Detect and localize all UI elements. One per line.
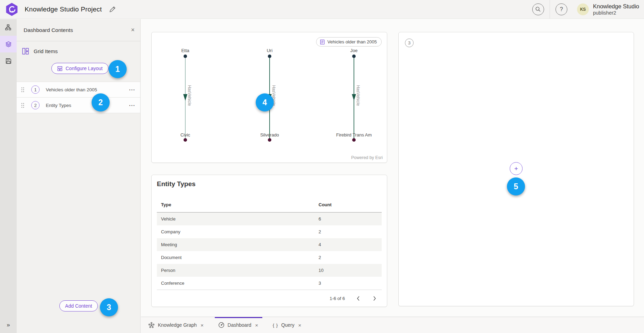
search-button[interactable]: [532, 3, 544, 15]
previous-page-button[interactable]: [355, 294, 361, 302]
table-header-row: Type Count: [157, 197, 382, 213]
item-order-badge: 1: [31, 85, 40, 94]
item-options-icon[interactable]: ···: [129, 87, 135, 93]
expand-panel-button[interactable]: »: [0, 320, 17, 330]
pencil-icon: [109, 6, 116, 13]
edit-title-button[interactable]: [109, 6, 116, 13]
callout-step-3: 3: [100, 298, 118, 316]
callout-step-5: 5: [507, 177, 525, 195]
next-page-button[interactable]: [372, 294, 378, 302]
cell-type: Vehicle: [157, 216, 319, 222]
table-row: Person 10: [157, 264, 382, 277]
grid-items-icon: [22, 48, 29, 55]
add-content-row: Add Content: [17, 300, 141, 311]
table-row: Vehicle 6: [157, 213, 382, 225]
esri-attribution: Powered by Esri: [351, 155, 383, 160]
layers-icon: [5, 41, 12, 48]
rail-item-save[interactable]: [0, 52, 17, 69]
cell-type: Conference: [157, 281, 319, 286]
grid-items-section-header: Grid Items: [17, 41, 140, 61]
person-node[interactable]: [184, 55, 187, 58]
close-panel-button[interactable]: ×: [131, 26, 135, 34]
help-button[interactable]: ?: [556, 3, 567, 15]
graph-edge-group: Joe HasVehicle Firebird Trans Am: [319, 32, 389, 163]
table-title: Entity Types: [157, 180, 382, 188]
cell-count: 4: [319, 242, 382, 247]
tab-query[interactable]: { } Query ×: [271, 317, 304, 333]
graph-edge-group: Etta HasVehicle Civic: [151, 32, 220, 163]
drag-handle-icon[interactable]: [21, 102, 25, 108]
dashboard-gauge-icon: [218, 322, 224, 328]
edge-label: HasVehicle: [356, 85, 361, 106]
topbar-divider: [550, 0, 550, 19]
item-label: Entity Types: [46, 103, 71, 108]
cell-type: Company: [157, 229, 319, 234]
rail-item-knowledge-graph[interactable]: [0, 19, 17, 36]
callout-step-4: 4: [256, 93, 274, 111]
hierarchy-icon: [5, 24, 11, 31]
configure-layout-button[interactable]: Configure Layout: [51, 63, 109, 74]
table-row: Company 2: [157, 225, 382, 238]
person-node[interactable]: [268, 55, 271, 58]
item-options-icon[interactable]: ···: [129, 102, 135, 108]
chevron-right-icon: [373, 296, 376, 301]
slot-number-badge: 3: [405, 39, 414, 47]
item-label: Vehicles older than 2005: [46, 87, 97, 92]
grid-items-label: Grid Items: [34, 48, 58, 54]
knowledge-graph-icon: [148, 322, 155, 328]
tab-dashboard[interactable]: Dashboard ×: [215, 317, 262, 333]
add-content-button[interactable]: Add Content: [59, 300, 98, 311]
rail-item-contents[interactable]: [0, 36, 17, 52]
app-logo-icon: [5, 3, 18, 16]
tab-knowledge-graph[interactable]: Knowledge Graph ×: [146, 317, 206, 333]
avatar[interactable]: KS: [577, 3, 589, 15]
configure-layout-label: Configure Layout: [66, 66, 103, 71]
node-label: Joe: [319, 48, 389, 53]
tab-label: Knowledge Graph: [158, 322, 197, 328]
item-order-badge: 2: [31, 101, 40, 109]
close-tab-icon[interactable]: ×: [254, 322, 259, 328]
entity-types-widget: Entity Types Type Count Vehicle 6 Compan…: [151, 175, 387, 307]
top-bar: Knowledge Studio Project ? KS Knowledge …: [0, 0, 644, 19]
tab-label: Query: [281, 322, 294, 328]
cell-count: 10: [319, 268, 382, 273]
close-tab-icon[interactable]: ×: [298, 322, 302, 328]
vehicle-node[interactable]: [268, 138, 271, 142]
panel-header: Dashboard Contents ×: [17, 19, 140, 41]
grid-item-row-entity-types[interactable]: 2 Entity Types ···: [17, 97, 140, 113]
entity-types-table: Type Count Vehicle 6 Company 2 Meeting 4…: [157, 197, 382, 307]
cell-count: 2: [319, 229, 382, 234]
help-icon: ?: [560, 6, 563, 13]
tab-label: Dashboard: [228, 322, 252, 328]
column-header-count: Count: [319, 202, 382, 207]
table-row: Meeting 4: [157, 238, 382, 251]
column-header-type: Type: [157, 202, 319, 207]
cell-count: 3: [319, 281, 382, 286]
callout-step-1: 1: [109, 60, 127, 78]
account-name: Knowledge Studio: [593, 3, 639, 10]
cell-count: 6: [319, 216, 382, 222]
table-row: Document 2: [157, 251, 382, 264]
drag-handle-icon[interactable]: [21, 87, 25, 93]
empty-grid-slot: 3 +: [398, 32, 634, 306]
node-label: Firebird Trans Am: [319, 132, 389, 138]
vehicle-node[interactable]: [184, 138, 187, 142]
table-pagination: 1-6 of 6: [157, 290, 382, 307]
add-widget-button[interactable]: +: [510, 162, 523, 175]
search-icon: [535, 6, 541, 12]
cell-type: Person: [157, 268, 319, 273]
person-node[interactable]: [352, 55, 356, 58]
vehicle-node[interactable]: [352, 138, 356, 142]
close-tab-icon[interactable]: ×: [200, 322, 204, 328]
node-label: Silverado: [235, 132, 304, 138]
project-title: Knowledge Studio Project: [25, 6, 102, 13]
callout-step-2: 2: [92, 93, 110, 111]
cell-type: Meeting: [157, 242, 319, 247]
edge-label: HasVehicle: [187, 85, 192, 106]
node-label: Etta: [151, 48, 220, 53]
dashboard-canvas: Vehicles older than 2005 Etta HasVehicle…: [141, 19, 644, 317]
account-menu[interactable]: Knowledge Studio publisher2: [593, 2, 639, 16]
grid-item-row-vehicles[interactable]: 1 Vehicles older than 2005 ···: [17, 82, 140, 98]
query-braces-icon: { }: [273, 323, 278, 328]
pagination-range: 1-6 of 6: [330, 296, 345, 301]
